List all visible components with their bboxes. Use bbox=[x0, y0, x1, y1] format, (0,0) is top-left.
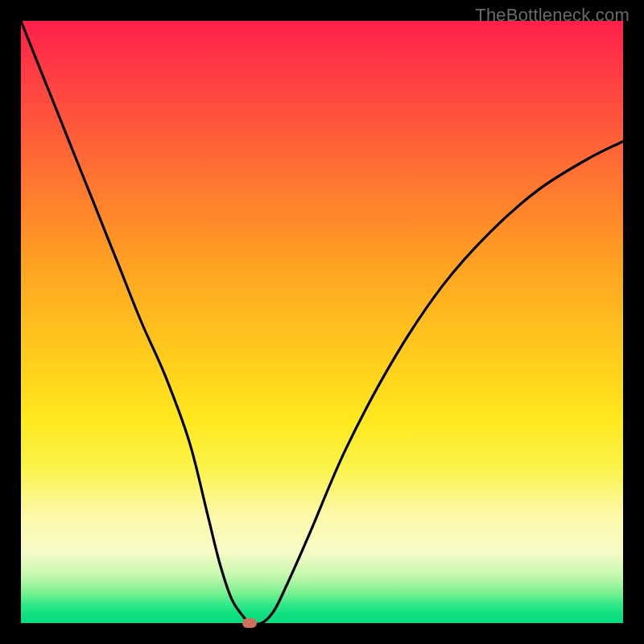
watermark-text: TheBottleneck.com bbox=[475, 5, 630, 26]
chart-frame: TheBottleneck.com bbox=[0, 0, 644, 644]
plot-area bbox=[21, 21, 623, 623]
minimum-marker bbox=[242, 618, 257, 628]
bottleneck-curve bbox=[21, 21, 623, 623]
